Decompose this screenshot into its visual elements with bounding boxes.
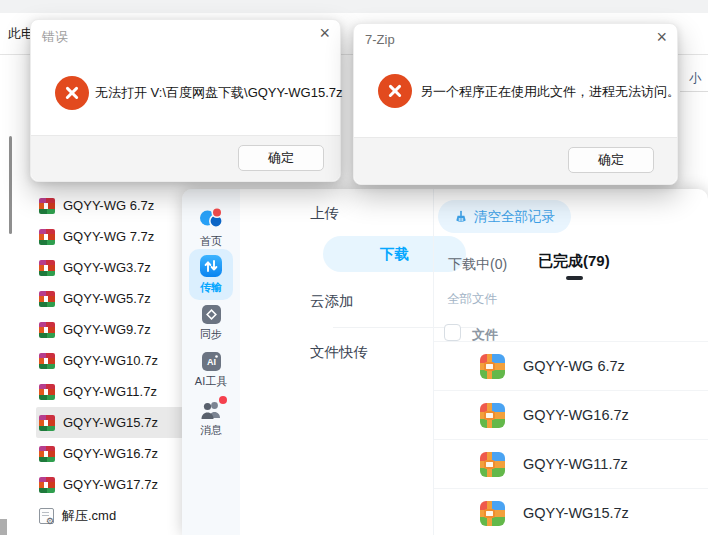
winrar-archive-icon xyxy=(39,477,55,493)
winrar-archive-icon xyxy=(39,415,55,431)
explorer-corner-bar xyxy=(0,519,7,535)
explorer-file-row[interactable]: GQYY-WG3.7z xyxy=(36,252,184,283)
sidebar-item-label: 传输 xyxy=(200,280,222,295)
download-list: GQYY-WG 6.7zGQYY-WG16.7zGQYY-WG11.7zGQYY… xyxy=(434,341,708,535)
dialog-title: 错误 xyxy=(42,28,68,46)
sidebar-item-ai-tools[interactable]: AI AI工具 xyxy=(182,352,240,389)
broom-icon xyxy=(454,210,468,224)
menu-item-upload[interactable]: 上传 xyxy=(310,204,339,223)
sidebar-item-label: 首页 xyxy=(200,234,222,249)
netdisk-nav-rail: 首页 传输 同步 xyxy=(182,189,240,535)
file-name: GQYY-WG16.7z xyxy=(523,407,629,423)
menu-item-cloud-add[interactable]: 云添加 xyxy=(310,292,354,311)
explorer-file-row[interactable]: GQYY-WG9.7z xyxy=(36,314,184,345)
netdisk-logo-icon xyxy=(198,204,225,231)
explorer-file-row[interactable]: GQYY-WG 7.7z xyxy=(36,221,184,252)
cmd-script-icon xyxy=(39,508,54,524)
column-header-divider xyxy=(680,91,708,92)
winrar-archive-icon xyxy=(39,198,55,214)
explorer-file-row[interactable]: 解压.cmd xyxy=(36,500,184,531)
file-name: GQYY-WG5.7z xyxy=(63,291,151,306)
download-row[interactable]: GQYY-WG16.7z xyxy=(434,390,708,439)
select-all-checkbox[interactable] xyxy=(444,324,461,341)
explorer-file-row[interactable]: GQYY-WG15.7z xyxy=(36,407,184,438)
file-name: GQYY-WG3.7z xyxy=(63,260,151,275)
archive-file-icon xyxy=(480,501,505,526)
winrar-archive-icon xyxy=(39,291,55,307)
file-name: GQYY-WG11.7z xyxy=(63,384,157,399)
menu-item-quick-transfer[interactable]: 文件快传 xyxy=(310,343,368,362)
error-icon xyxy=(378,74,412,108)
winrar-archive-icon xyxy=(39,260,55,276)
file-name: GQYY-WG15.7z xyxy=(523,505,629,521)
sidebar-item-label: 消息 xyxy=(200,423,222,438)
ok-button[interactable]: 确定 xyxy=(238,145,324,171)
dialog-title: 7-Zip xyxy=(365,32,395,47)
explorer-file-row[interactable]: GQYY-WG17.7z xyxy=(36,469,184,500)
close-icon[interactable]: × xyxy=(656,28,667,46)
netdisk-window: 首页 传输 同步 xyxy=(182,189,708,535)
explorer-titlebar-band xyxy=(0,0,708,13)
file-name: GQYY-WG11.7z xyxy=(523,456,628,472)
ok-button[interactable]: 确定 xyxy=(568,147,654,173)
tab-downloading[interactable]: 下载中(0) xyxy=(448,256,507,274)
7zip-dialog: 7-Zip × 另一个程序正在使用此文件，进程无法访问。 确定 xyxy=(353,23,678,185)
svg-text:AI: AI xyxy=(207,357,216,367)
explorer-file-list: GQYY-WG 6.7zGQYY-WG 7.7zGQYY-WG3.7zGQYY-… xyxy=(36,190,184,531)
sidebar-item-label: AI工具 xyxy=(195,374,227,389)
explorer-file-row[interactable]: GQYY-WG16.7z xyxy=(36,438,184,469)
sidebar-item-messages[interactable]: 消息 xyxy=(182,399,240,438)
winrar-archive-icon xyxy=(39,384,55,400)
file-name: GQYY-WG17.7z xyxy=(63,477,158,492)
sidebar-item-home[interactable]: 首页 xyxy=(182,204,240,249)
sidebar-item-sync[interactable]: 同步 xyxy=(182,305,240,342)
sync-icon xyxy=(202,305,221,324)
archive-file-icon xyxy=(480,452,505,477)
transfer-icon xyxy=(200,255,222,277)
download-row[interactable]: GQYY-WG11.7z xyxy=(434,439,708,488)
dialog-message: 另一个程序正在使用此文件，进程无法访问。 xyxy=(420,83,680,101)
file-name: GQYY-WG 6.7z xyxy=(523,358,625,374)
file-name: 解压.cmd xyxy=(62,507,116,525)
archive-file-icon xyxy=(480,403,505,428)
file-name: GQYY-WG10.7z xyxy=(63,353,158,368)
explorer-file-row[interactable]: GQYY-WG10.7z xyxy=(36,345,184,376)
downloads-panel: 清空全部记录 下载中(0) 已完成(79) 全部文件 文件 GQYY-WG 6.… xyxy=(434,189,708,535)
archive-file-icon xyxy=(480,354,505,379)
file-name: GQYY-WG15.7z xyxy=(63,415,158,430)
explorer-scrollbar[interactable] xyxy=(9,136,12,234)
dialog-message: 无法打开 V:\百度网盘下载\GQYY-WG15.7z xyxy=(95,84,343,102)
transfer-menu: 上传 下载 云添加 文件快传 xyxy=(240,189,433,535)
winrar-archive-icon xyxy=(39,446,55,462)
explorer-file-row[interactable]: GQYY-WG 6.7z xyxy=(36,190,184,221)
file-name: GQYY-WG 7.7z xyxy=(63,229,154,244)
notification-badge xyxy=(219,396,227,404)
file-name: GQYY-WG 6.7z xyxy=(63,198,154,213)
download-row[interactable]: GQYY-WG 6.7z xyxy=(434,341,708,390)
winrar-archive-icon xyxy=(39,229,55,245)
filter-all-files[interactable]: 全部文件 xyxy=(447,291,497,308)
size-column-header[interactable]: 小 xyxy=(689,70,702,87)
file-name: GQYY-WG16.7z xyxy=(63,446,158,461)
file-name: GQYY-WG9.7z xyxy=(63,322,151,337)
winrar-archive-icon xyxy=(39,353,55,369)
ai-tools-icon: AI xyxy=(202,352,221,371)
error-icon xyxy=(55,76,89,110)
explorer-file-row[interactable]: GQYY-WG5.7z xyxy=(36,283,184,314)
tab-completed[interactable]: 已完成(79) xyxy=(538,252,610,271)
explorer-file-row[interactable]: GQYY-WG11.7z xyxy=(36,376,184,407)
clear-all-records-button[interactable]: 清空全部记录 xyxy=(438,200,571,233)
error-dialog: 错误 × 无法打开 V:\百度网盘下载\GQYY-WG15.7z 确定 xyxy=(30,19,341,182)
winrar-archive-icon xyxy=(39,322,55,338)
screen: 此电 小 GQYY-WG 6.7zGQYY-WG 7.7zGQYY-WG3.7z… xyxy=(0,0,708,535)
close-icon[interactable]: × xyxy=(319,24,330,42)
sidebar-item-transfer[interactable]: 传输 xyxy=(189,249,233,300)
active-tab-underline xyxy=(566,276,583,280)
sidebar-item-label: 同步 xyxy=(200,327,222,342)
download-row[interactable]: GQYY-WG15.7z xyxy=(434,488,708,535)
